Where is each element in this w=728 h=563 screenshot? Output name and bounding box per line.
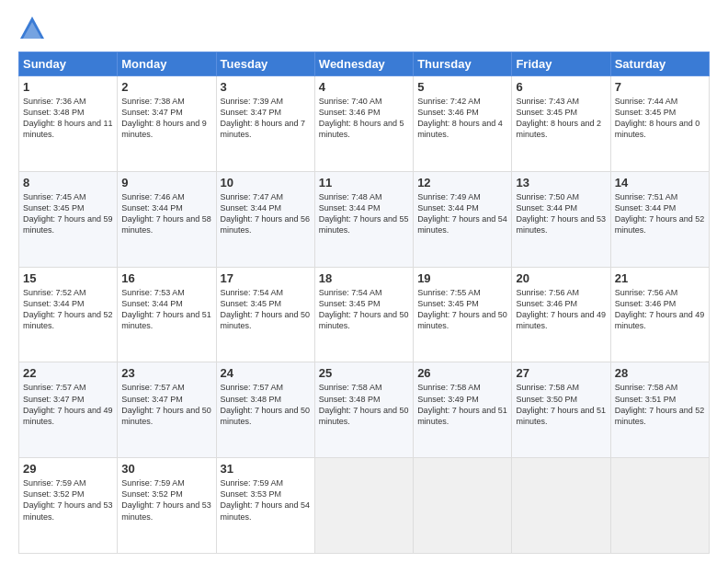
calendar-cell: 11Sunrise: 7:48 AMSunset: 3:44 PMDayligh… [314,171,413,267]
day-info: Sunrise: 7:45 AMSunset: 3:45 PMDaylight:… [23,191,113,236]
calendar-cell: 19Sunrise: 7:55 AMSunset: 3:45 PMDayligh… [414,267,512,362]
day-number: 9 [121,176,211,190]
day-number: 2 [121,80,211,94]
calendar-cell: 22Sunrise: 7:57 AMSunset: 3:47 PMDayligh… [19,362,118,458]
calendar-cell: 5Sunrise: 7:42 AMSunset: 3:46 PMDaylight… [414,76,512,172]
day-info: Sunrise: 7:58 AMSunset: 3:48 PMDaylight:… [319,382,409,427]
day-info: Sunrise: 7:36 AMSunset: 3:48 PMDaylight:… [23,96,113,141]
day-number: 5 [417,80,507,94]
calendar-cell: 12Sunrise: 7:49 AMSunset: 3:44 PMDayligh… [414,171,512,267]
day-number: 24 [221,366,311,380]
day-number: 28 [615,366,705,380]
day-info: Sunrise: 7:44 AMSunset: 3:45 PMDaylight:… [615,96,705,141]
calendar-page: SundayMondayTuesdayWednesdayThursdayFrid… [0,0,728,563]
day-number: 12 [417,176,507,190]
logo-icon [18,15,46,42]
calendar-cell: 28Sunrise: 7:58 AMSunset: 3:51 PMDayligh… [610,362,709,458]
calendar-cell: 16Sunrise: 7:53 AMSunset: 3:44 PMDayligh… [118,267,216,362]
day-info: Sunrise: 7:56 AMSunset: 3:46 PMDaylight:… [516,287,606,332]
day-number: 13 [516,176,606,190]
calendar-cell: 3Sunrise: 7:39 AMSunset: 3:47 PMDaylight… [216,76,314,172]
calendar-cell: 4Sunrise: 7:40 AMSunset: 3:46 PMDaylight… [314,76,413,172]
day-info: Sunrise: 7:59 AMSunset: 3:53 PMDaylight:… [221,477,311,523]
day-info: Sunrise: 7:46 AMSunset: 3:44 PMDaylight:… [121,191,211,236]
day-number: 18 [319,271,409,285]
day-info: Sunrise: 7:58 AMSunset: 3:49 PMDaylight:… [417,382,507,427]
day-info: Sunrise: 7:58 AMSunset: 3:50 PMDaylight:… [516,382,606,427]
calendar-cell: 24Sunrise: 7:57 AMSunset: 3:48 PMDayligh… [216,362,314,458]
day-number: 29 [23,462,113,476]
day-info: Sunrise: 7:57 AMSunset: 3:47 PMDaylight:… [23,382,113,427]
day-number: 31 [221,462,311,476]
header [18,15,710,42]
day-header-sunday: Sunday [19,52,118,76]
calendar-cell: 2Sunrise: 7:38 AMSunset: 3:47 PMDaylight… [118,76,216,172]
calendar-week-row: 22Sunrise: 7:57 AMSunset: 3:47 PMDayligh… [19,362,710,458]
day-header-thursday: Thursday [414,52,512,76]
day-number: 19 [417,271,507,285]
calendar-cell [414,458,512,554]
day-info: Sunrise: 7:55 AMSunset: 3:45 PMDaylight:… [417,287,507,332]
calendar-cell: 17Sunrise: 7:54 AMSunset: 3:45 PMDayligh… [216,267,314,362]
day-number: 4 [319,80,409,94]
day-info: Sunrise: 7:49 AMSunset: 3:44 PMDaylight:… [417,191,507,236]
calendar-cell: 23Sunrise: 7:57 AMSunset: 3:47 PMDayligh… [118,362,216,458]
day-info: Sunrise: 7:40 AMSunset: 3:46 PMDaylight:… [319,96,409,141]
calendar-cell: 18Sunrise: 7:54 AMSunset: 3:45 PMDayligh… [314,267,413,362]
day-number: 20 [516,271,606,285]
day-header-monday: Monday [118,52,216,76]
calendar-cell: 31Sunrise: 7:59 AMSunset: 3:53 PMDayligh… [216,458,314,554]
calendar-cell: 29Sunrise: 7:59 AMSunset: 3:52 PMDayligh… [19,458,118,554]
day-info: Sunrise: 7:39 AMSunset: 3:47 PMDaylight:… [221,96,311,141]
day-number: 11 [319,176,409,190]
calendar-week-row: 29Sunrise: 7:59 AMSunset: 3:52 PMDayligh… [19,458,710,554]
day-number: 8 [23,176,113,190]
day-number: 1 [23,80,113,94]
calendar-cell: 25Sunrise: 7:58 AMSunset: 3:48 PMDayligh… [314,362,413,458]
calendar-cell: 14Sunrise: 7:51 AMSunset: 3:44 PMDayligh… [610,171,709,267]
calendar-cell: 10Sunrise: 7:47 AMSunset: 3:44 PMDayligh… [216,171,314,267]
calendar-cell: 6Sunrise: 7:43 AMSunset: 3:45 PMDaylight… [512,76,610,172]
day-number: 16 [121,271,211,285]
day-number: 27 [516,366,606,380]
day-info: Sunrise: 7:54 AMSunset: 3:45 PMDaylight:… [221,287,311,332]
calendar-cell: 30Sunrise: 7:59 AMSunset: 3:52 PMDayligh… [118,458,216,554]
calendar-cell: 8Sunrise: 7:45 AMSunset: 3:45 PMDaylight… [19,171,118,267]
day-number: 25 [319,366,409,380]
calendar-cell: 13Sunrise: 7:50 AMSunset: 3:44 PMDayligh… [512,171,610,267]
day-info: Sunrise: 7:53 AMSunset: 3:44 PMDaylight:… [121,287,211,332]
day-info: Sunrise: 7:57 AMSunset: 3:48 PMDaylight:… [221,382,311,427]
day-header-friday: Friday [512,52,610,76]
day-info: Sunrise: 7:43 AMSunset: 3:45 PMDaylight:… [516,96,606,141]
day-number: 3 [221,80,311,94]
logo [18,15,50,42]
day-info: Sunrise: 7:42 AMSunset: 3:46 PMDaylight:… [417,96,507,141]
day-number: 17 [221,271,311,285]
day-info: Sunrise: 7:58 AMSunset: 3:51 PMDaylight:… [615,382,705,427]
calendar-cell: 15Sunrise: 7:52 AMSunset: 3:44 PMDayligh… [19,267,118,362]
calendar-cell: 26Sunrise: 7:58 AMSunset: 3:49 PMDayligh… [414,362,512,458]
day-number: 6 [516,80,606,94]
day-header-wednesday: Wednesday [314,52,413,76]
day-info: Sunrise: 7:57 AMSunset: 3:47 PMDaylight:… [121,382,211,427]
calendar-cell [610,458,709,554]
calendar-week-row: 15Sunrise: 7:52 AMSunset: 3:44 PMDayligh… [19,267,710,362]
day-info: Sunrise: 7:48 AMSunset: 3:44 PMDaylight:… [319,191,409,236]
day-number: 14 [615,176,705,190]
day-number: 30 [121,462,211,476]
calendar-cell: 20Sunrise: 7:56 AMSunset: 3:46 PMDayligh… [512,267,610,362]
calendar-cell: 7Sunrise: 7:44 AMSunset: 3:45 PMDaylight… [610,76,709,172]
day-number: 21 [615,271,705,285]
day-number: 22 [23,366,113,380]
day-info: Sunrise: 7:56 AMSunset: 3:46 PMDaylight:… [615,287,705,332]
day-info: Sunrise: 7:47 AMSunset: 3:44 PMDaylight:… [221,191,311,236]
day-info: Sunrise: 7:38 AMSunset: 3:47 PMDaylight:… [121,96,211,141]
day-header-tuesday: Tuesday [216,52,314,76]
day-number: 23 [121,366,211,380]
calendar-cell: 1Sunrise: 7:36 AMSunset: 3:48 PMDaylight… [19,76,118,172]
day-info: Sunrise: 7:59 AMSunset: 3:52 PMDaylight:… [121,477,211,523]
calendar-cell [512,458,610,554]
day-info: Sunrise: 7:59 AMSunset: 3:52 PMDaylight:… [23,477,113,523]
calendar-cell: 21Sunrise: 7:56 AMSunset: 3:46 PMDayligh… [610,267,709,362]
calendar-week-row: 1Sunrise: 7:36 AMSunset: 3:48 PMDaylight… [19,76,710,172]
